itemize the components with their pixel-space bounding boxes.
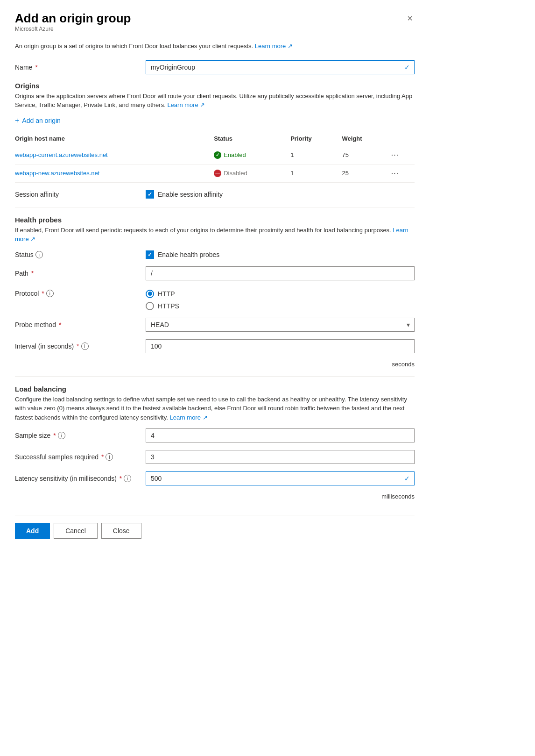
load-balancing-learn-more-link[interactable]: Learn more ↗ [169,414,207,421]
weight-cell-1: 75 [342,146,391,164]
load-balancing-title: Load balancing [15,385,415,393]
latency-label: Latency sensitivity (in milliseconds)* i [15,475,146,482]
session-affinity-checkbox-row: Enable session affinity [146,190,223,199]
add-origin-button[interactable]: + Add an origin [15,116,61,125]
interval-suffix: seconds [15,361,415,368]
protocol-radio-group: HTTP HTTPS [146,290,179,310]
interval-input[interactable] [146,339,415,353]
plus-icon: + [15,116,19,125]
col-priority-header: Priority [290,131,342,146]
priority-cell-1: 1 [290,146,342,164]
panel-description: An origin group is a set of origins to w… [15,42,415,51]
panel-subtitle: Microsoft Azure [15,26,131,32]
latency-suffix: milliseconds [15,493,415,500]
sample-size-info-icon: i [58,432,65,439]
radio-https-label: HTTPS [158,302,179,310]
add-button[interactable]: Add [15,523,50,539]
latency-input-wrapper: ✓ [146,471,415,485]
health-probes-checkbox[interactable] [146,250,154,259]
radio-http-label: HTTP [158,290,175,298]
radio-http-row: HTTP [146,290,179,298]
status-info-icon: i [35,251,43,258]
row-action-menu-1[interactable]: ··· [391,151,399,159]
path-label: Path* [15,270,146,277]
footer-buttons: Add Cancel Close [15,515,415,539]
name-input[interactable] [146,60,415,74]
probe-method-select[interactable]: HEAD GET [146,318,415,332]
name-label: Name* [15,64,146,71]
close-icon[interactable]: × [405,11,415,26]
origin-host-link-1[interactable]: webapp-current.azurewebsites.net [15,151,108,158]
cancel-button[interactable]: Cancel [54,523,98,539]
origins-learn-more-link[interactable]: Learn more ↗ [167,101,205,108]
origins-section-title: Origins [15,82,415,90]
health-probes-checkbox-row: Enable health probes [146,250,219,259]
name-check-icon: ✓ [404,64,410,71]
probe-method-select-wrapper: HEAD GET ▾ [146,318,415,332]
sample-size-input[interactable] [146,428,415,442]
priority-cell-2: 1 [290,164,342,182]
sample-size-label: Sample size* i [15,432,146,439]
table-row: webapp-current.azurewebsites.net Enabled… [15,146,415,164]
table-row: webapp-new.azurewebsites.net Disabled 1 … [15,164,415,182]
radio-https[interactable] [146,302,154,310]
path-input[interactable] [146,266,415,280]
latency-input[interactable] [146,471,415,485]
panel-title: Add an origin group [15,11,131,26]
row-action-menu-2[interactable]: ··· [391,169,399,178]
health-probes-title: Health probes [15,216,415,224]
protocol-info-icon: i [46,290,54,297]
health-status-label: Status i [15,251,146,258]
name-input-wrapper: ✓ [146,60,415,74]
weight-cell-2: 25 [342,164,391,182]
disabled-icon [214,170,221,177]
successful-samples-info-icon: i [106,453,113,461]
interval-label: Interval (in seconds)* i [15,342,146,350]
status-badge-disabled: Disabled [214,170,247,177]
latency-check-icon: ✓ [404,475,410,482]
radio-https-row: HTTPS [146,302,179,310]
close-button[interactable]: Close [101,523,141,539]
col-status-header: Status [214,131,290,146]
latency-info-icon: i [124,475,131,482]
origins-table: Origin host name Status Priority Weight … [15,131,415,183]
enabled-icon [214,151,221,159]
probe-method-label: Probe method* [15,321,146,328]
section-divider [15,207,415,207]
radio-http[interactable] [146,290,154,298]
col-weight-header: Weight [342,131,391,146]
successful-samples-input[interactable] [146,450,415,464]
origin-host-link-2[interactable]: webapp-new.azurewebsites.net [15,170,99,177]
successful-samples-label: Successful samples required* i [15,453,146,461]
col-host-header: Origin host name [15,131,214,146]
protocol-label: Protocol* i [15,290,146,297]
description-learn-more-link[interactable]: Learn more ↗ [255,43,293,50]
health-probes-desc: If enabled, Front Door will send periodi… [15,226,415,244]
session-affinity-checkbox[interactable] [146,190,154,199]
origins-section-desc: Origins are the application servers wher… [15,92,415,110]
status-badge-enabled: Enabled [214,151,246,159]
load-balancing-desc: Configure the load balancing settings to… [15,395,415,422]
health-probes-checkbox-label: Enable health probes [158,251,219,258]
load-balancing-divider [15,376,415,377]
session-affinity-label: Session affinity [15,191,146,198]
session-affinity-checkbox-label: Enable session affinity [158,191,223,198]
interval-info-icon: i [81,342,89,350]
